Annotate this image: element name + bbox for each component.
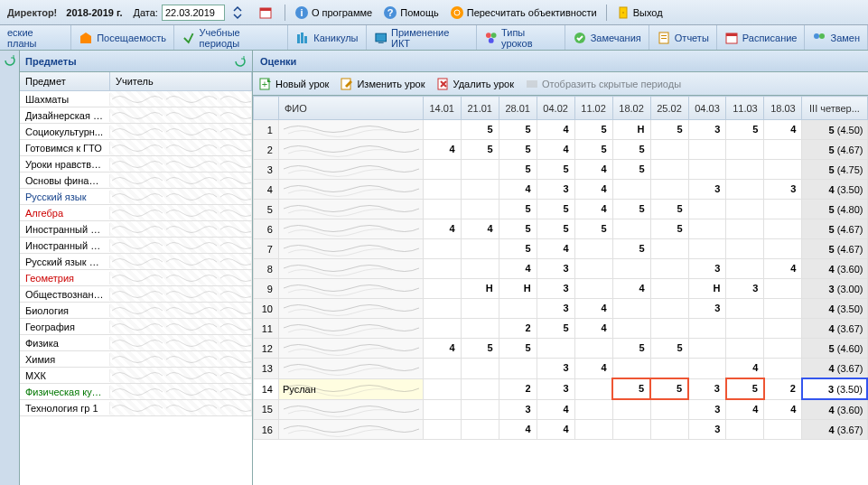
grade-cell[interactable]: 5 (574, 140, 612, 160)
subject-row[interactable]: Технология гр 1 (20, 400, 252, 416)
grade-cell[interactable]: 3 (537, 279, 574, 299)
grade-row[interactable]: 4434334 (3.50) (254, 180, 868, 200)
refresh-icon[interactable] (4, 54, 16, 67)
grade-cell[interactable] (574, 420, 612, 440)
grade-cell[interactable] (726, 259, 764, 279)
grade-cell[interactable] (688, 140, 726, 160)
calendar-icon[interactable] (258, 5, 275, 20)
grade-cell[interactable] (650, 180, 688, 200)
subject-row[interactable]: Иностранный яз... (20, 238, 252, 254)
grade-cell[interactable] (423, 378, 461, 399)
grade-cell[interactable] (764, 239, 802, 259)
date-header[interactable]: 04.03 (688, 97, 726, 120)
subject-row[interactable]: Уроки нравстве... (20, 156, 252, 173)
grade-cell[interactable] (423, 399, 461, 420)
grade-cell[interactable] (423, 319, 461, 339)
subject-row[interactable]: Русский язык (20, 189, 252, 205)
grade-cell[interactable] (650, 140, 688, 160)
grade-cell[interactable]: 4 (537, 420, 574, 440)
grade-cell[interactable]: 5 (612, 140, 650, 160)
grade-cell[interactable]: 4 (574, 299, 612, 319)
grade-row[interactable]: 133444 (3.67) (254, 359, 868, 379)
grade-cell[interactable] (688, 200, 726, 219)
grade-cell[interactable] (461, 299, 499, 319)
grade-cell[interactable] (461, 319, 499, 339)
grade-cell[interactable]: 5 (461, 140, 499, 160)
grade-cell[interactable] (612, 299, 650, 319)
subject-row[interactable]: География (20, 319, 252, 335)
grade-cell[interactable] (688, 239, 726, 259)
grade-cell[interactable] (574, 399, 612, 420)
grade-cell[interactable] (650, 399, 688, 420)
grade-cell[interactable] (688, 359, 726, 379)
new-lesson-button[interactable]: +Новый урок (258, 77, 329, 91)
grade-cell[interactable] (650, 239, 688, 259)
grade-cell[interactable] (612, 420, 650, 440)
grade-cell[interactable] (764, 299, 802, 319)
grade-cell[interactable]: 5 (499, 120, 537, 140)
grade-cell[interactable]: 5 (499, 219, 537, 239)
grade-cell[interactable]: 2 (764, 378, 802, 399)
date-header[interactable]: 18.02 (612, 97, 650, 120)
grade-cell[interactable] (461, 399, 499, 420)
grade-cell[interactable] (461, 160, 499, 180)
grade-cell[interactable] (612, 180, 650, 200)
grade-cell[interactable]: 4 (499, 180, 537, 200)
grade-cell[interactable]: 4 (499, 259, 537, 279)
grade-cell[interactable]: 5 (537, 160, 574, 180)
grade-cell[interactable] (764, 339, 802, 359)
grade-cell[interactable]: 5 (726, 378, 764, 399)
grade-cell[interactable]: 4 (423, 219, 461, 239)
grade-cell[interactable]: 5 (612, 339, 650, 359)
grade-cell[interactable]: 5 (574, 219, 612, 239)
grade-cell[interactable]: 5 (499, 339, 537, 359)
grade-cell[interactable] (764, 359, 802, 379)
grade-cell[interactable]: 3 (537, 299, 574, 319)
grade-cell[interactable]: 4 (612, 279, 650, 299)
grade-cell[interactable] (612, 319, 650, 339)
grade-cell[interactable]: 4 (574, 200, 612, 219)
grade-cell[interactable] (650, 259, 688, 279)
nav-lesson-types[interactable]: Типы уроков (477, 25, 565, 50)
grade-cell[interactable]: 5 (499, 239, 537, 259)
grade-cell[interactable]: 4 (574, 359, 612, 379)
subject-row[interactable]: Готовимся к ГТО (20, 140, 252, 156)
grade-cell[interactable]: 5 (499, 140, 537, 160)
grade-cell[interactable] (726, 219, 764, 239)
subject-row[interactable]: Биология (20, 303, 252, 319)
grade-cell[interactable] (574, 279, 612, 299)
grade-cell[interactable] (537, 339, 574, 359)
grade-cell[interactable]: 4 (764, 120, 802, 140)
grade-cell[interactable] (688, 219, 726, 239)
grade-cell[interactable]: 5 (461, 339, 499, 359)
grade-cell[interactable]: 5 (574, 120, 612, 140)
grade-cell[interactable] (423, 299, 461, 319)
grade-cell[interactable]: 3 (688, 299, 726, 319)
grade-cell[interactable]: 5 (612, 378, 650, 399)
grade-cell[interactable]: 5 (726, 120, 764, 140)
grade-cell[interactable]: 4 (764, 399, 802, 420)
grade-cell[interactable] (461, 200, 499, 219)
grade-cell[interactable]: 3 (537, 180, 574, 200)
subject-row[interactable]: Русский язык и ... (20, 254, 252, 270)
grade-row[interactable]: 843344 (3.60) (254, 259, 868, 279)
subject-row[interactable]: Шахматы (20, 91, 252, 107)
grade-cell[interactable] (423, 180, 461, 200)
grade-cell[interactable]: 3 (688, 180, 726, 200)
grade-row[interactable]: 75455 (4.67) (254, 239, 868, 259)
summary-header[interactable]: III четвер... (802, 97, 867, 120)
grade-cell[interactable]: 3 (688, 259, 726, 279)
grade-cell[interactable] (726, 180, 764, 200)
grade-cell[interactable]: 3 (688, 120, 726, 140)
exit-button[interactable]: Выход (616, 5, 663, 20)
grade-cell[interactable]: 4 (499, 420, 537, 440)
date-header[interactable]: 28.01 (499, 97, 537, 120)
subject-row[interactable]: МХК (20, 368, 252, 384)
grade-cell[interactable] (423, 420, 461, 440)
grade-cell[interactable] (461, 359, 499, 379)
grade-cell[interactable]: 4 (537, 239, 574, 259)
grade-cell[interactable]: 5 (499, 160, 537, 180)
grade-cell[interactable]: 5 (650, 378, 688, 399)
grade-cell[interactable]: 4 (764, 259, 802, 279)
grade-cell[interactable] (612, 399, 650, 420)
